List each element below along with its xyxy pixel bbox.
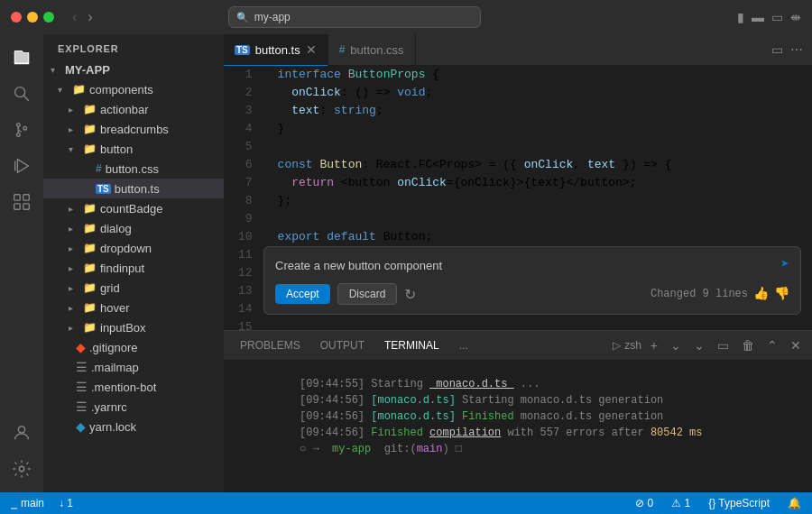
nav-arrows: ‹ ›	[69, 7, 97, 27]
thumbs-down-icon[interactable]: 👎	[774, 285, 789, 303]
sidebar-item-button-css[interactable]: # button.css	[43, 159, 224, 179]
button-css-icon: #	[96, 162, 102, 175]
sidebar-item-dropdown[interactable]: ▸ 📁 dropdown	[43, 238, 224, 258]
svg-rect-12	[23, 204, 29, 209]
window-controls: ▮ ▬ ▭ ⇼	[737, 10, 801, 24]
terminal-panels-icon[interactable]: ▭	[714, 336, 733, 354]
close-button[interactable]	[11, 12, 22, 23]
inline-chat-input[interactable]	[275, 259, 773, 272]
line-numbers: 1 2 3 4 5 6 7 8 9 10 11 12 13 14 15	[224, 66, 263, 330]
sidebar-item-button-folder[interactable]: ▾ 📁 button	[43, 139, 224, 159]
terminal-more-icon[interactable]: ⌄	[690, 336, 708, 354]
add-terminal-icon[interactable]: +	[647, 336, 661, 354]
panel-toggle-icon[interactable]: ▬	[752, 10, 764, 24]
mention-bot-label: .mention-bot	[91, 381, 156, 394]
sidebar-item-mailmap[interactable]: ☰ .mailmap	[43, 357, 224, 377]
code-line-2: onClick: () => void;	[278, 84, 798, 102]
account-svg-icon	[12, 423, 32, 443]
sidebar-item-gitignore[interactable]: ◆ .gitignore	[43, 337, 224, 357]
sidebar-item-button-ts[interactable]: TS button.ts	[43, 179, 224, 198]
close-panel-icon[interactable]: ✕	[787, 336, 805, 354]
countbadge-label: countBadge	[100, 202, 162, 216]
findinput-label: findinput	[100, 262, 144, 275]
components-arrow-icon: ▾	[58, 85, 70, 95]
maximize-panel-icon[interactable]: ⌃	[763, 336, 781, 354]
minimize-button[interactable]	[27, 12, 38, 23]
tab-button-css-label: button.css	[350, 43, 403, 57]
inputbox-folder-icon: 📁	[83, 321, 97, 334]
warnings-item[interactable]: ⚠ 1	[668, 492, 694, 514]
panel-tab-output[interactable]: OUTPUT	[311, 335, 374, 355]
hover-folder-icon: 📁	[83, 301, 97, 314]
git-branch-item[interactable]: ⎯ main	[7, 492, 48, 514]
inline-chat-send-icon[interactable]: ➤	[780, 256, 789, 274]
settings-activity-icon[interactable]	[5, 453, 38, 485]
split-editor-icon[interactable]: ▭	[770, 41, 785, 59]
run-activity-icon[interactable]	[5, 150, 38, 182]
extensions-activity-icon[interactable]	[5, 186, 38, 218]
sidebar-item-hover[interactable]: ▸ 📁 hover	[43, 298, 224, 317]
forward-button[interactable]: ›	[84, 7, 96, 27]
terminal-content[interactable]: [09:44:55] Starting monaco.d.ts ... [09:…	[224, 360, 812, 492]
discard-button[interactable]: Discard	[337, 283, 398, 305]
panel-tab-more[interactable]: ...	[450, 335, 477, 355]
tab-button-ts[interactable]: TS button.ts ✕	[224, 34, 328, 66]
typescript-item[interactable]: {} TypeScript	[705, 492, 773, 514]
errors-item[interactable]: ⊘ 0	[632, 492, 657, 514]
sidebar-item-components[interactable]: ▾ 📁 components	[43, 79, 224, 99]
svg-marker-7	[17, 160, 28, 173]
status-left: ⎯ main ↓ 1	[7, 492, 77, 514]
sidebar-item-root[interactable]: ▾ MY-APP	[43, 60, 224, 79]
changed-lines-info: Changed 9 lines 👍 👎	[651, 285, 789, 303]
sidebar-item-dialog[interactable]: ▸ 📁 dialog	[43, 218, 224, 238]
account-activity-icon[interactable]	[5, 417, 38, 449]
code-line-6: const Button: React.FC<Props> = ({ onCli…	[278, 156, 798, 174]
yarn-lock-label: yarn.lock	[89, 420, 136, 434]
tab-bar: TS button.ts ✕ # button.css ▭ ⋯	[224, 34, 812, 66]
sidebar-item-yarn-lock[interactable]: ◆ yarn.lock	[43, 417, 224, 436]
tab-close-icon[interactable]: ✕	[306, 43, 317, 56]
refresh-button[interactable]: ↻	[404, 286, 416, 303]
gitignore-label: .gitignore	[89, 341, 137, 354]
code-editor[interactable]: 1 2 3 4 5 6 7 8 9 10 11 12 13 14 15	[224, 66, 812, 330]
sidebar-item-mention-bot[interactable]: ☰ .mention-bot	[43, 377, 224, 397]
grid-layout-icon[interactable]: ⇼	[790, 10, 801, 24]
svg-rect-10	[23, 195, 29, 200]
back-button[interactable]: ‹	[69, 7, 80, 27]
source-control-activity-icon[interactable]	[5, 114, 38, 146]
panel-tab-problems[interactable]: PROBLEMS	[231, 335, 309, 355]
maximize-button[interactable]	[43, 12, 54, 23]
sidebar-item-grid[interactable]: ▸ 📁 grid	[43, 278, 224, 298]
tab-button-css[interactable]: # button.css	[328, 34, 416, 66]
grid-arrow-icon: ▸	[69, 283, 81, 293]
main-area: EXPLORER ▾ MY-APP ▾ 📁 components ▸ 📁 act…	[0, 34, 812, 492]
sidebar-item-yarnrc[interactable]: ☰ .yarnrc	[43, 397, 224, 417]
sidebar-item-findinput[interactable]: ▸ 📁 findinput	[43, 258, 224, 278]
sidebar-item-countbadge[interactable]: ▸ 📁 countBadge	[43, 198, 224, 218]
title-search-bar[interactable]: 🔍 my-app	[228, 6, 481, 28]
hover-label: hover	[100, 301, 130, 315]
svg-rect-11	[14, 204, 20, 209]
extensions-svg-icon	[12, 192, 32, 212]
sidebar-toggle-icon[interactable]: ▮	[737, 10, 744, 24]
svg-point-5	[23, 126, 27, 130]
sidebar-item-actionbar[interactable]: ▸ 📁 actionbar	[43, 99, 224, 119]
accept-button[interactable]: Accept	[275, 284, 330, 304]
explorer-activity-icon[interactable]	[5, 41, 38, 74]
title-bar: ‹ › 🔍 my-app ▮ ▬ ▭ ⇼	[0, 0, 812, 34]
code-line-5	[278, 138, 798, 156]
thumbs-up-icon[interactable]: 👍	[753, 285, 769, 303]
breadcrumbs-arrow-icon: ▸	[69, 124, 81, 134]
sidebar-item-inputbox[interactable]: ▸ 📁 inputBox	[43, 317, 224, 337]
more-actions-icon[interactable]: ⋯	[789, 41, 805, 59]
layout-icon[interactable]: ▭	[771, 10, 783, 24]
breadcrumbs-label: breadcrumbs	[100, 123, 169, 136]
panel-tab-terminal[interactable]: TERMINAL	[375, 335, 448, 355]
errors-label: ⊘ 0	[635, 497, 653, 509]
search-activity-icon[interactable]	[5, 78, 38, 110]
terminal-split-icon[interactable]: ⌄	[667, 336, 685, 354]
sync-item[interactable]: ↓ 1	[55, 492, 77, 514]
delete-terminal-icon[interactable]: 🗑	[738, 336, 758, 354]
sidebar-item-breadcrumbs[interactable]: ▸ 📁 breadcrumbs	[43, 119, 224, 139]
notifications-item[interactable]: 🔔	[784, 492, 805, 514]
